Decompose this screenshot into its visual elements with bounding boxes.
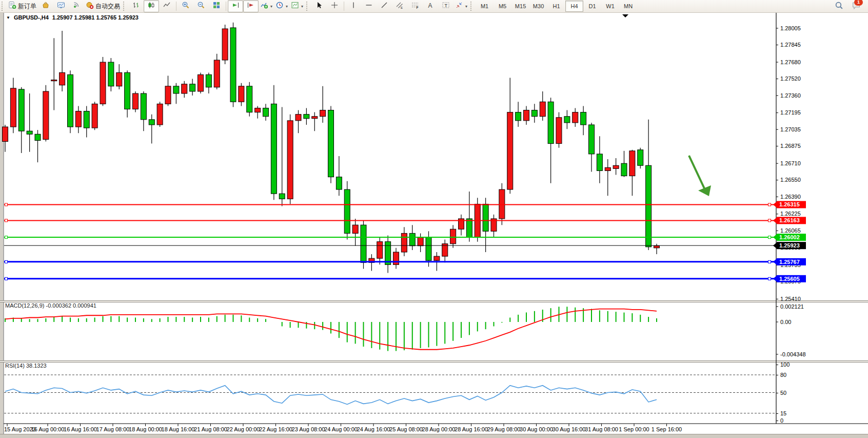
template-icon [291,1,299,11]
candlestick-chart-button[interactable] [144,0,159,12]
toolbar-grip[interactable] [470,2,474,11]
candle-body [573,112,578,123]
timeframe-M30[interactable]: M30 [529,1,547,12]
line-chart-button[interactable] [159,0,174,12]
fibonacci-button[interactable]: F [407,0,423,12]
vertical-line-icon [349,1,358,11]
candle-body [450,229,456,243]
tile-windows-button[interactable] [209,0,224,12]
one-click-trading-expander[interactable]: ▼ [6,15,10,20]
svg-text:1.27845: 1.27845 [780,42,801,48]
candle-body [434,256,440,260]
price-tag-label: 1.25923 [779,242,800,249]
candle-body [149,120,154,125]
svg-text:1.28005: 1.28005 [780,25,801,31]
time-label: 22 Aug 00:00 [227,426,260,432]
price-tag-label: 1.25605 [779,276,800,282]
time-label: 31 Aug 08:00 [585,426,618,432]
candle-body [51,80,57,81]
data-window-button[interactable] [53,0,69,12]
candle-body [531,110,537,117]
candle-body [287,121,293,199]
timeframe-M5[interactable]: M5 [494,1,511,12]
text-label-button[interactable]: T [438,0,453,12]
candle-body [401,233,407,252]
auto-scroll-button[interactable] [228,0,243,12]
candle-body [638,150,643,165]
chart-shift-button[interactable] [243,0,259,12]
candle-body [247,86,252,112]
price-tag-label: 1.26163 [779,217,800,223]
candle-body [133,93,139,109]
cursor-button[interactable] [311,0,327,12]
chevron-down-icon: ▾ [301,4,303,9]
candle-body [141,93,146,120]
timeframe-M1[interactable]: M1 [476,1,494,12]
trendline-icon [380,1,388,11]
time-label: 21 Aug 08:00 [194,426,227,432]
auto-trading-button[interactable]: 自动交易 [84,0,122,12]
timeframe-H4[interactable]: H4 [565,1,583,12]
market-watch-button[interactable] [38,0,53,12]
svg-text:100: 100 [780,361,790,368]
svg-text:1.27195: 1.27195 [780,109,801,116]
timeframe-MN[interactable]: MN [619,1,637,12]
horizontal-line-icon [365,1,373,11]
templates-button[interactable]: ▾ [289,0,305,12]
timeframe-W1[interactable]: W1 [601,1,619,12]
hline-handle [768,203,771,206]
market-watch-icon [42,1,50,11]
candle-body [466,219,472,238]
zoom-out-button[interactable] [193,0,209,12]
auto-scroll-icon [231,1,240,11]
candle-body [597,154,602,171]
candle-body [60,72,65,85]
candle-body [108,62,114,86]
clock-icon [275,1,284,11]
price-tag-label: 1.26315 [779,201,800,207]
zoom-in-button[interactable] [178,0,193,12]
horizontal-line-button[interactable] [361,0,377,12]
svg-text:F: F [417,6,419,9]
toolbar-grip[interactable] [306,2,310,11]
chart-canvas[interactable]: 1.280051.278451.276801.275201.273601.271… [0,0,868,438]
time-label: 24 Aug 16:00 [357,426,390,432]
candle-body [344,189,350,233]
candle-body [173,86,179,93]
search-button[interactable] [831,0,846,12]
svg-text:1.25410: 1.25410 [780,296,801,302]
signals-icon [72,1,81,11]
candle-body [157,104,163,125]
periods-button[interactable]: ▾ [274,0,289,12]
macd-indicator-label: MACD(12,26,9) -0.000362 0.000941 [5,302,96,309]
svg-text:1.27680: 1.27680 [780,59,801,65]
candle-body [499,189,505,219]
vertical-line-button[interactable] [346,0,361,12]
trendline-button[interactable] [377,0,392,12]
equidistant-channel-button[interactable]: E [392,0,407,12]
candle-body [84,111,89,128]
window-bottom-border [0,434,868,438]
notification-badge: 1 [854,0,863,6]
candle-body [556,118,562,144]
timeframe-D1[interactable]: D1 [583,1,601,12]
timeframe-M15[interactable]: M15 [511,1,529,12]
price-tag-label: 1.26002 [779,234,800,240]
candle-body [426,238,431,261]
signals-button[interactable] [69,0,84,12]
notifications-button[interactable]: 1 [852,1,861,12]
toolbar-grip[interactable] [123,2,127,11]
toolbar-grip[interactable] [2,2,5,11]
new-order-button[interactable]: 新订单 [7,0,38,12]
candle-body [3,127,8,141]
bar-chart-button[interactable] [128,0,144,12]
svg-text:A: A [428,2,432,9]
crosshair-button[interactable] [327,0,342,12]
timeframe-H1[interactable]: H1 [547,1,565,12]
indicators-button[interactable]: ▾ [259,0,274,12]
text-button[interactable]: A [423,0,438,12]
candle-body [320,110,326,117]
arrows-tool-button[interactable]: ▾ [453,0,469,12]
candle-body [279,194,285,199]
candle-body [198,74,204,91]
